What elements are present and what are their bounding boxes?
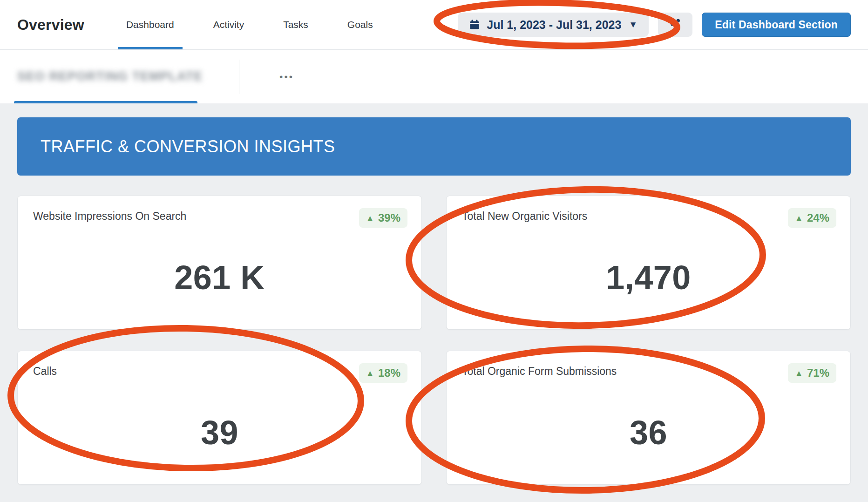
date-range-picker[interactable]: Jul 1, 2023 - Jul 31, 2023 ▼ (458, 13, 649, 37)
card-value-wrap: 39 (18, 378, 421, 484)
metric-value: 36 (630, 414, 667, 452)
change-value: 71% (807, 366, 829, 380)
edit-dashboard-section-button[interactable]: Edit Dashboard Section (702, 13, 851, 37)
header-actions: Jul 1, 2023 - Jul 31, 2023 ▼ Edit Dashbo… (458, 0, 851, 49)
tab-dashboard-label: Dashboard (126, 19, 174, 30)
arrow-up-icon: ▲ (366, 369, 374, 377)
tab-dashboard[interactable]: Dashboard (118, 0, 183, 49)
arrow-up-icon: ▲ (795, 214, 803, 222)
dashboard-main: TRAFFIC & CONVERSION INSIGHTS Website Im… (0, 103, 868, 485)
card-organic-form-submissions: Total Organic Form Submissions ▲ 71% 36 (446, 351, 851, 485)
card-website-impressions: Website Impressions On Search ▲ 39% 261 … (17, 196, 422, 330)
change-value: 18% (378, 366, 400, 380)
tab-activity[interactable]: Activity (205, 0, 253, 49)
section-title: TRAFFIC & CONVERSION INSIGHTS (41, 137, 335, 156)
tab-goals-label: Goals (347, 19, 373, 30)
card-calls: Calls ▲ 18% 39 (17, 351, 422, 485)
tab-goals[interactable]: Goals (339, 0, 381, 49)
tab-tasks[interactable]: Tasks (275, 0, 317, 49)
change-badge: ▲ 39% (359, 208, 407, 228)
card-new-organic-visitors: Total New Organic Visitors ▲ 24% 1,470 (446, 196, 851, 330)
change-badge: ▲ 18% (359, 363, 407, 383)
metric-value: 261 K (174, 258, 265, 297)
card-value-wrap: 36 (447, 378, 850, 484)
tab-tasks-label: Tasks (283, 19, 308, 30)
chevron-down-icon: ▼ (629, 20, 637, 30)
arrow-up-icon: ▲ (795, 369, 803, 377)
date-range-label: Jul 1, 2023 - Jul 31, 2023 (487, 18, 621, 32)
more-tabs-button[interactable]: ••• (275, 67, 298, 87)
metric-value: 1,470 (606, 258, 691, 297)
arrow-up-icon: ▲ (366, 214, 374, 222)
change-badge: ▲ 71% (788, 363, 836, 383)
active-tab-underline (14, 101, 197, 103)
template-tab-blurred[interactable]: SEO REPORTING TEMPLATE (17, 69, 203, 84)
tab-activity-label: Activity (213, 19, 244, 30)
change-value: 24% (807, 211, 829, 224)
section-header-bar: TRAFFIC & CONVERSION INSIGHTS (17, 117, 851, 176)
page-title: Overview (17, 16, 84, 34)
metric-cards-grid: Website Impressions On Search ▲ 39% 261 … (17, 196, 851, 485)
top-header: Overview Dashboard Activity Tasks Goals (0, 0, 868, 50)
card-value-wrap: 261 K (18, 223, 421, 329)
subnav-divider (239, 60, 239, 94)
card-value-wrap: 1,470 (447, 223, 850, 329)
metric-value: 39 (201, 414, 238, 452)
change-value: 39% (378, 211, 400, 224)
calendar-icon (469, 19, 480, 30)
share-button[interactable] (658, 13, 692, 37)
share-icon (669, 18, 681, 32)
header-tabs: Dashboard Activity Tasks Goals (118, 0, 404, 49)
change-badge: ▲ 24% (788, 208, 836, 228)
dashboard-subnav: SEO REPORTING TEMPLATE ••• (0, 50, 868, 103)
